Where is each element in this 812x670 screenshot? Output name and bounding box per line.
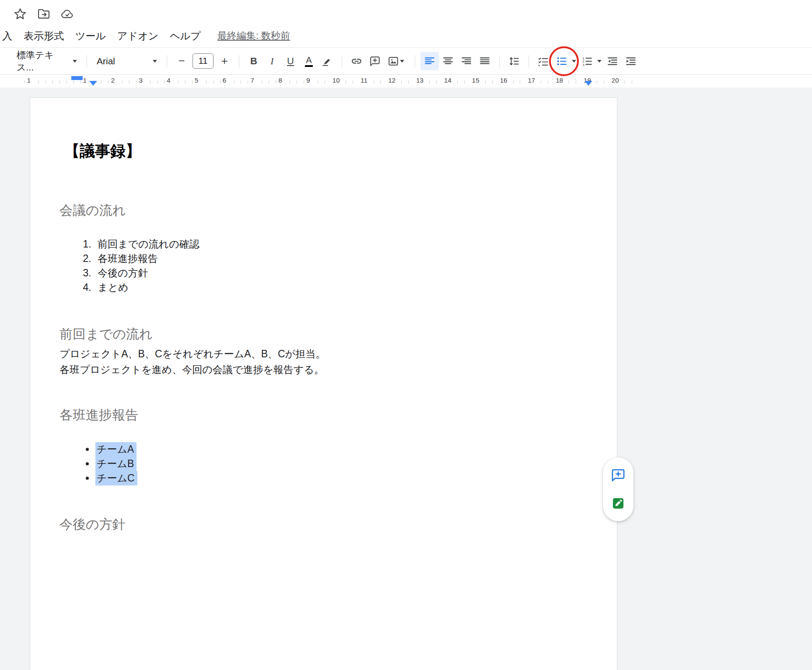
ruler-number: 18 bbox=[554, 77, 565, 84]
selected-text: チームC bbox=[95, 471, 137, 485]
chevron-down-icon bbox=[400, 60, 404, 63]
align-left-button[interactable] bbox=[420, 52, 439, 70]
checklist-button[interactable] bbox=[534, 52, 553, 70]
teams-bulleted-list: チームA チームB チームC bbox=[79, 442, 137, 485]
selected-text: チームA bbox=[95, 442, 136, 457]
italic-button[interactable]: I bbox=[263, 52, 281, 70]
underline-icon: U bbox=[287, 56, 294, 67]
ruler-number: 6 bbox=[221, 77, 228, 84]
chevron-down-icon[interactable] bbox=[597, 60, 602, 63]
indent-icon bbox=[625, 56, 637, 67]
ruler-number: 14 bbox=[442, 77, 453, 84]
ruler-number: 20 bbox=[610, 77, 621, 84]
menu-item-help[interactable]: ヘルプ bbox=[170, 29, 201, 43]
paragraph-style-select[interactable]: 標準テキス... bbox=[12, 52, 81, 70]
highlight-color-button[interactable] bbox=[318, 52, 336, 70]
text-color-icon: A bbox=[305, 56, 313, 67]
chevron-down-icon bbox=[73, 60, 77, 63]
indent-button[interactable] bbox=[622, 52, 640, 70]
floating-actions bbox=[603, 457, 634, 521]
right-indent-marker[interactable] bbox=[584, 81, 592, 86]
list-item: 今後の方針 bbox=[94, 266, 200, 280]
bold-button[interactable]: B bbox=[245, 52, 263, 70]
font-size-increase-button[interactable]: + bbox=[215, 52, 234, 70]
chevron-down-icon bbox=[153, 60, 157, 63]
text-color-button[interactable]: A bbox=[300, 52, 318, 70]
insert-image-button[interactable] bbox=[384, 52, 410, 70]
menu-item-tools[interactable]: ツール bbox=[75, 29, 106, 43]
align-right-button[interactable] bbox=[457, 52, 476, 70]
menu-item-addons[interactable]: アドオン bbox=[117, 29, 158, 43]
agenda-ordered-list: 前回までの流れの確認 各班進捗報告 今後の方針 まとめ bbox=[77, 237, 200, 295]
document-page[interactable]: 【議事録】 会議の流れ 前回までの流れの確認 各班進捗報告 今後の方針 まとめ … bbox=[30, 98, 617, 670]
first-line-indent-marker[interactable] bbox=[71, 76, 83, 80]
insert-link-button[interactable] bbox=[347, 52, 366, 70]
add-comment-button[interactable] bbox=[366, 52, 384, 70]
align-justify-button[interactable] bbox=[476, 52, 494, 70]
toolbar-divider bbox=[239, 55, 239, 67]
bulleted-list-icon bbox=[556, 56, 567, 67]
outdent-button[interactable] bbox=[603, 52, 622, 70]
plus-icon: + bbox=[221, 54, 228, 68]
numbered-list-button[interactable]: 123 bbox=[578, 52, 596, 70]
ruler-number: 17 bbox=[526, 77, 537, 84]
paragraph-line: プロジェクトA、B、CをそれぞれチームA、B、Cが担当。 bbox=[60, 346, 326, 362]
cloud-status-icon[interactable] bbox=[60, 6, 75, 22]
font-size-decrease-button[interactable]: − bbox=[172, 52, 191, 70]
left-indent-marker[interactable] bbox=[89, 81, 97, 86]
bulleted-list-group bbox=[553, 52, 578, 70]
underline-button[interactable]: U bbox=[281, 52, 300, 70]
menu-item-insert-partial[interactable]: 入 bbox=[2, 29, 12, 43]
toolbar-divider bbox=[415, 55, 415, 67]
doc-heading-future-policy: 今後の方針 bbox=[60, 516, 126, 534]
toolbar-divider bbox=[87, 55, 87, 67]
font-size-input[interactable]: 11 bbox=[192, 53, 214, 69]
ruler-number: 16 bbox=[498, 77, 509, 84]
doc-paragraph: プロジェクトA、B、CをそれぞれチームA、B、Cが担当。 各班プロジェクトを進め… bbox=[60, 346, 326, 377]
ruler-number: 15 bbox=[470, 77, 481, 84]
insert-image-icon bbox=[388, 56, 399, 67]
add-comment-fab[interactable] bbox=[608, 465, 629, 486]
line-spacing-button[interactable] bbox=[505, 52, 523, 70]
ruler-number: 9 bbox=[304, 77, 312, 84]
ruler-number: 3 bbox=[137, 77, 144, 84]
ruler-number: 5 bbox=[193, 77, 200, 84]
paragraph-style-value: 標準テキス... bbox=[17, 49, 69, 73]
last-edit-link[interactable]: 最終編集: 数秒前 bbox=[217, 29, 290, 42]
toolbar: 標準テキス... Arial − 11 + B I U A bbox=[0, 47, 812, 75]
align-right-icon bbox=[461, 56, 472, 67]
paragraph-line: 各班プロジェクトを進め、今回の会議で進捗を報告する。 bbox=[60, 362, 326, 377]
numbered-list-icon: 123 bbox=[581, 56, 593, 67]
italic-icon: I bbox=[270, 56, 273, 67]
line-spacing-icon bbox=[508, 56, 520, 67]
list-item: チームC bbox=[95, 471, 137, 485]
selected-text: チームB bbox=[95, 457, 136, 471]
suggest-edits-fab[interactable] bbox=[608, 493, 629, 514]
ruler-number: 12 bbox=[386, 77, 397, 84]
align-center-button[interactable] bbox=[439, 52, 457, 70]
star-icon[interactable] bbox=[12, 6, 28, 22]
add-comment-icon bbox=[369, 56, 381, 67]
bulleted-list-button[interactable] bbox=[553, 52, 571, 70]
titlebar bbox=[12, 6, 75, 22]
svg-text:3: 3 bbox=[582, 63, 584, 66]
font-select[interactable]: Arial bbox=[92, 52, 161, 70]
align-left-icon bbox=[424, 56, 435, 67]
add-comment-fab-icon bbox=[611, 468, 625, 482]
move-folder-icon[interactable] bbox=[36, 6, 52, 22]
ruler[interactable]: 1 1234567891011121314151617181920 bbox=[0, 75, 812, 87]
align-justify-icon bbox=[479, 56, 490, 67]
align-center-icon bbox=[442, 56, 454, 67]
menu-item-format[interactable]: 表示形式 bbox=[24, 29, 64, 43]
link-icon bbox=[351, 56, 362, 67]
ruler-number: 8 bbox=[276, 77, 284, 84]
list-item: チームA bbox=[95, 442, 137, 457]
toolbar-divider bbox=[499, 55, 500, 67]
minus-icon: − bbox=[178, 54, 185, 68]
doc-heading-meeting-flow: 会議の流れ bbox=[60, 202, 126, 220]
document-canvas: 【議事録】 会議の流れ 前回までの流れの確認 各班進捗報告 今後の方針 まとめ … bbox=[0, 87, 812, 670]
list-item: 前回までの流れの確認 bbox=[94, 237, 200, 251]
ruler-number: 13 bbox=[414, 77, 425, 84]
chevron-down-icon[interactable] bbox=[572, 60, 576, 63]
highlighter-icon bbox=[322, 56, 333, 67]
